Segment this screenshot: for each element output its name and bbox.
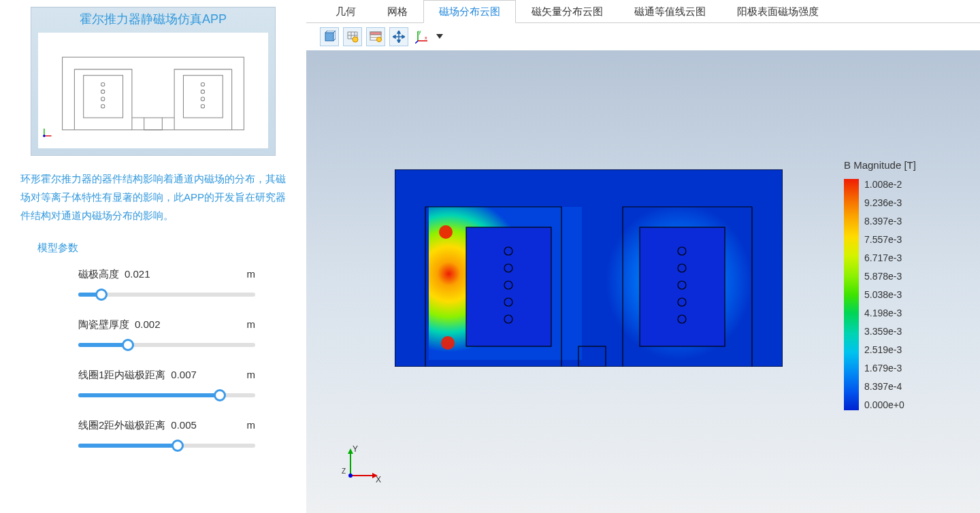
param-value: 0.005	[171, 419, 197, 431]
param-group-0: 磁极高度 0.021 m	[78, 268, 255, 301]
svg-point-69	[441, 336, 455, 350]
app-title: 霍尔推力器静磁场仿真APP	[38, 11, 268, 27]
svg-point-7	[101, 104, 105, 107]
tab-5[interactable]: 阳极表面磁场强度	[721, 0, 834, 22]
axes-icon[interactable]: yx	[412, 27, 431, 46]
params-section-title: 模型参数	[37, 242, 296, 254]
svg-marker-37	[397, 40, 400, 43]
param-value: 0.002	[135, 318, 161, 330]
table-icon[interactable]	[366, 27, 385, 46]
legend-tick: 9.236e-3	[864, 197, 904, 208]
svg-rect-0	[63, 57, 244, 130]
svg-rect-1	[84, 76, 123, 118]
move-icon[interactable]	[389, 27, 408, 46]
svg-point-6	[101, 97, 105, 101]
param-unit: m	[247, 419, 256, 431]
axis-z-label: Z	[342, 467, 346, 475]
svg-rect-51	[395, 169, 429, 367]
magnetic-field-plot	[395, 169, 783, 367]
right-panel: 几何网格磁场分布云图磁矢量分布云图磁通等值线云图阳极表面磁场强度 yx	[306, 0, 980, 513]
svg-line-42	[415, 41, 418, 44]
tab-4[interactable]: 磁通等值线云图	[619, 0, 721, 22]
param-group-3: 线圈2距外磁极距离 0.005 m	[78, 419, 255, 452]
legend-colorbar	[844, 179, 859, 410]
axis-y-label: Y	[353, 445, 358, 454]
param-slider[interactable]	[78, 439, 255, 452]
axis-x-label: X	[376, 475, 381, 484]
svg-marker-36	[397, 31, 400, 33]
legend-tick: 2.519e-3	[864, 344, 904, 355]
param-label: 陶瓷壁厚度	[78, 318, 129, 331]
legend-tick: 1.679e-3	[864, 363, 904, 374]
svg-point-74	[348, 474, 353, 478]
svg-rect-2	[183, 76, 223, 118]
param-group-1: 陶瓷壁厚度 0.002 m	[78, 318, 255, 352]
tab-2[interactable]: 磁场分布云图	[423, 0, 516, 23]
param-slider[interactable]	[78, 288, 255, 301]
svg-point-68	[439, 225, 453, 239]
legend-title: B Magnitude [T]	[844, 159, 946, 171]
tab-3[interactable]: 磁矢量分布云图	[516, 0, 619, 22]
svg-rect-15	[325, 33, 333, 41]
legend-tick: 5.878e-3	[864, 271, 904, 282]
color-legend: B Magnitude [T] 1.008e-29.236e-38.397e-3…	[844, 159, 946, 410]
legend-tick: 3.359e-3	[864, 326, 904, 337]
legend-tick: 1.008e-2	[864, 179, 904, 190]
left-panel: 霍尔推力器静磁场仿真APP	[0, 0, 306, 513]
svg-rect-53	[640, 227, 725, 346]
svg-point-28	[353, 37, 358, 42]
param-group-2: 线圈1距内磁极距离 0.007 m	[78, 369, 255, 402]
legend-tick: 8.397e-4	[864, 381, 904, 392]
svg-rect-50	[755, 169, 783, 367]
param-unit: m	[247, 318, 256, 330]
svg-point-4	[101, 82, 105, 86]
legend-tick: 8.397e-3	[864, 216, 904, 227]
legend-tick: 4.198e-3	[864, 308, 904, 318]
app-description: 环形霍尔推力器的器件结构影响着通道内磁场的分布，其磁场对等离子体特性有显著的影响…	[20, 169, 286, 225]
legend-tick: 7.557e-3	[864, 234, 904, 245]
viewport-toolbar: yx	[306, 23, 980, 50]
svg-marker-38	[393, 35, 395, 38]
grid-icon[interactable]	[343, 27, 362, 46]
param-value: 0.021	[125, 268, 150, 280]
svg-rect-32	[370, 32, 381, 35]
svg-marker-39	[402, 35, 405, 38]
param-slider[interactable]	[78, 338, 255, 352]
param-unit: m	[247, 369, 256, 380]
svg-rect-52	[466, 227, 551, 346]
legend-labels: 1.008e-29.236e-38.397e-37.557e-36.717e-3…	[864, 179, 904, 410]
dropdown-icon[interactable]	[436, 31, 444, 42]
svg-text:y: y	[419, 30, 421, 35]
axis-indicator: X Y Z	[340, 445, 381, 486]
tabs-bar: 几何网格磁场分布云图磁矢量分布云图磁通等值线云图阳极表面磁场强度	[306, 0, 980, 23]
param-value: 0.007	[171, 369, 197, 380]
svg-point-11	[201, 104, 204, 107]
tab-1[interactable]: 网格	[372, 0, 423, 22]
svg-text:x: x	[425, 35, 427, 40]
legend-tick: 6.717e-3	[864, 252, 904, 263]
legend-tick: 0.000e+0	[864, 399, 904, 410]
svg-point-14	[43, 135, 46, 137]
param-label: 线圈1距内磁极距离	[78, 369, 165, 382]
param-slider[interactable]	[78, 388, 255, 402]
geometry-schematic	[38, 33, 268, 148]
tab-0[interactable]: 几何	[320, 0, 372, 22]
legend-tick: 5.038e-3	[864, 289, 904, 300]
param-unit: m	[247, 268, 256, 280]
param-label: 线圈2距外磁极距离	[78, 419, 165, 432]
svg-rect-3	[144, 118, 163, 130]
plot-viewport[interactable]: B Magnitude [T] 1.008e-29.236e-38.397e-3…	[306, 50, 980, 513]
svg-point-5	[101, 90, 105, 93]
param-label: 磁极高度	[78, 268, 119, 281]
svg-marker-45	[436, 34, 443, 39]
header-box: 霍尔推力器静磁场仿真APP	[31, 7, 276, 156]
svg-rect-49	[395, 169, 783, 207]
svg-point-33	[377, 37, 382, 42]
cube-icon[interactable]	[320, 27, 339, 46]
svg-point-8	[201, 82, 204, 86]
params-container: 磁极高度 0.021 m 陶瓷壁厚度 0.002 m 线圈1距内磁极距离 0.0…	[10, 268, 296, 469]
svg-point-10	[201, 97, 204, 101]
svg-point-9	[201, 90, 204, 93]
